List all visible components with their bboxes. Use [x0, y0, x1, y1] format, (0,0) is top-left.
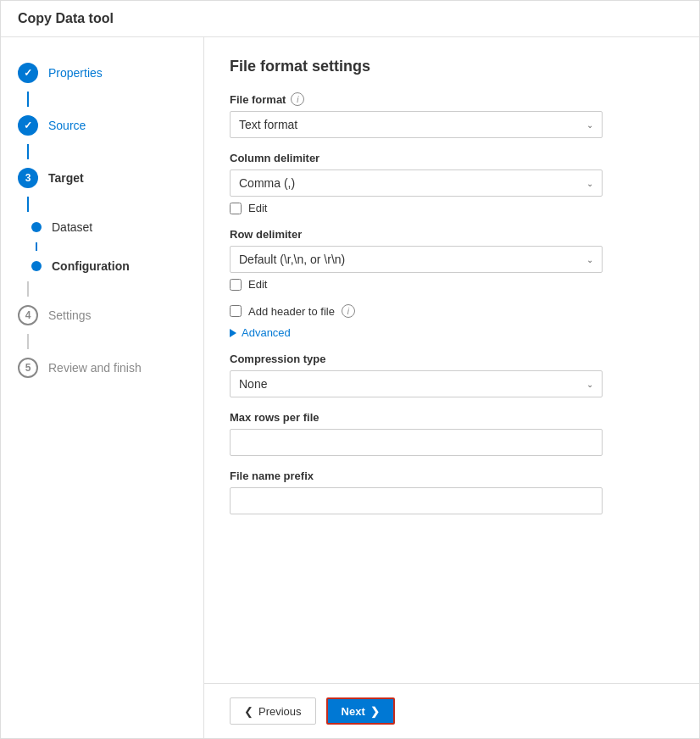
- connector-5: [27, 281, 29, 297]
- sidebar-item-properties[interactable]: ✓ Properties: [1, 54, 203, 92]
- file-format-info-icon[interactable]: i: [291, 92, 304, 106]
- step-number-settings: 4: [25, 309, 31, 321]
- max-rows-label: Max rows per file: [230, 411, 674, 424]
- file-format-label: File format i: [230, 92, 674, 106]
- sidebar-item-target[interactable]: 3 Target: [1, 159, 203, 197]
- footer: ❮ Previous Next ❯: [204, 683, 699, 738]
- section-title: File format settings: [230, 58, 674, 75]
- chevron-down-icon: ⌄: [586, 120, 593, 130]
- file-name-prefix-input[interactable]: [230, 487, 603, 514]
- file-format-group: File format i Text format ⌄: [230, 92, 674, 138]
- connector-1: [27, 92, 29, 107]
- step-circle-settings: 4: [18, 305, 38, 325]
- app-title: Copy Data tool: [18, 11, 682, 26]
- step-label-review: Review and finish: [48, 361, 142, 375]
- step-label-configuration: Configuration: [52, 259, 130, 273]
- connector-3: [27, 197, 29, 212]
- step-circle-target: 3: [18, 168, 38, 188]
- previous-label: Previous: [258, 705, 302, 718]
- column-delimiter-value: Comma (,): [239, 176, 295, 190]
- add-header-label[interactable]: Add header to file: [248, 305, 335, 318]
- add-header-checkbox[interactable]: [230, 305, 242, 317]
- step-label-properties: Properties: [48, 66, 103, 80]
- sidebar-item-settings[interactable]: 4 Settings: [1, 297, 203, 334]
- column-edit-checkbox[interactable]: [230, 203, 242, 214]
- content-area: File format settings File format i Text …: [204, 37, 699, 683]
- title-bar: Copy Data tool: [1, 1, 699, 37]
- app-container: Copy Data tool ✓ Properties ✓ Source: [0, 0, 700, 739]
- column-delimiter-dropdown[interactable]: Comma (,) ⌄: [230, 169, 603, 197]
- column-delimiter-group: Column delimiter Comma (,) ⌄ Edit: [230, 152, 674, 214]
- row-delimiter-dropdown[interactable]: Default (\r,\n, or \r\n) ⌄: [230, 246, 603, 273]
- column-edit-row: Edit: [230, 202, 674, 214]
- step-label-settings: Settings: [48, 308, 92, 322]
- row-edit-row: Edit: [230, 278, 674, 291]
- chevron-left-icon: ❮: [244, 705, 253, 718]
- file-name-prefix-label: File name prefix: [230, 470, 674, 482]
- main-content: ✓ Properties ✓ Source 3 Target: [1, 37, 699, 738]
- chevron-right-icon: ❯: [370, 705, 380, 718]
- step-label-source: Source: [48, 119, 86, 132]
- sidebar-item-review[interactable]: 5 Review and finish: [1, 349, 203, 386]
- step-circle-source: ✓: [18, 115, 38, 136]
- file-format-value: Text format: [239, 118, 297, 131]
- compression-type-group: Compression type None ⌄: [230, 353, 674, 397]
- sidebar-item-source[interactable]: ✓ Source: [1, 107, 203, 144]
- chevron-down-icon-row: ⌄: [586, 255, 593, 264]
- step-circle-review: 5: [18, 358, 38, 378]
- checkmark-icon: ✓: [24, 67, 32, 79]
- file-name-prefix-group: File name prefix: [230, 470, 674, 514]
- next-label: Next: [342, 705, 365, 718]
- file-format-dropdown[interactable]: Text format ⌄: [230, 111, 603, 138]
- row-edit-label[interactable]: Edit: [248, 278, 267, 291]
- row-delimiter-value: Default (\r,\n, or \r\n): [239, 253, 345, 266]
- advanced-row[interactable]: Advanced: [230, 326, 674, 339]
- compression-type-dropdown[interactable]: None ⌄: [230, 370, 603, 397]
- add-header-row: Add header to file i: [230, 304, 674, 318]
- step-circle-properties: ✓: [18, 63, 38, 83]
- max-rows-input[interactable]: [230, 429, 603, 456]
- add-header-info-icon[interactable]: i: [342, 304, 355, 318]
- triangle-right-icon: [230, 329, 236, 337]
- row-edit-checkbox[interactable]: [230, 279, 242, 291]
- compression-type-label: Compression type: [230, 353, 674, 365]
- step-label-target: Target: [48, 171, 84, 185]
- advanced-label: Advanced: [242, 326, 291, 339]
- column-edit-label[interactable]: Edit: [248, 202, 267, 214]
- compression-type-value: None: [239, 377, 267, 391]
- chevron-down-icon-comp: ⌄: [586, 380, 593, 389]
- connector-4: [36, 242, 37, 251]
- sidebar: ✓ Properties ✓ Source 3 Target: [1, 37, 204, 738]
- step-label-dataset: Dataset: [52, 220, 92, 234]
- step-circle-dataset: [31, 222, 42, 232]
- chevron-down-icon-col: ⌄: [586, 179, 593, 188]
- max-rows-group: Max rows per file: [230, 411, 674, 456]
- connector-2: [27, 144, 29, 159]
- previous-button[interactable]: ❮ Previous: [230, 697, 316, 725]
- connector-6: [27, 334, 29, 349]
- checkmark-icon-source: ✓: [24, 119, 32, 131]
- sidebar-item-configuration[interactable]: Configuration: [1, 251, 203, 281]
- main-panel: File format settings File format i Text …: [204, 37, 699, 738]
- step-circle-configuration: [31, 261, 42, 271]
- row-delimiter-label: Row delimiter: [230, 228, 674, 241]
- column-delimiter-label: Column delimiter: [230, 152, 674, 164]
- row-delimiter-group: Row delimiter Default (\r,\n, or \r\n) ⌄…: [230, 228, 674, 291]
- step-number-target: 3: [25, 172, 31, 184]
- sidebar-item-dataset[interactable]: Dataset: [1, 212, 203, 242]
- next-button[interactable]: Next ❯: [326, 697, 395, 725]
- step-number-review: 5: [25, 362, 31, 374]
